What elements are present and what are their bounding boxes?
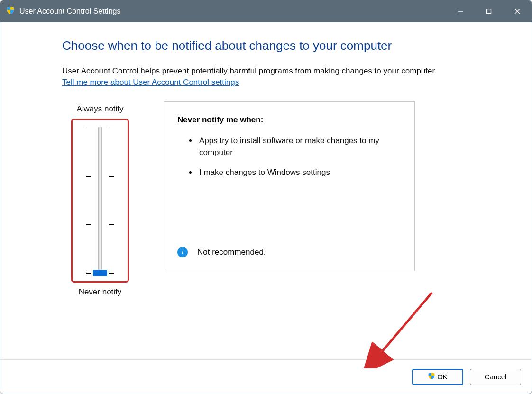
cancel-button[interactable]: Cancel bbox=[470, 369, 521, 385]
body-row: Always notify Never notify Never notify … bbox=[62, 101, 503, 302]
close-button[interactable] bbox=[503, 0, 532, 22]
info-icon: i bbox=[177, 247, 188, 257]
slider-tick bbox=[88, 224, 112, 225]
shield-icon bbox=[428, 372, 435, 381]
notification-slider-column: Always notify Never notify bbox=[62, 101, 138, 302]
recommendation-text: Not recommended. bbox=[197, 247, 266, 257]
slider-tick bbox=[88, 176, 112, 177]
svg-line-4 bbox=[380, 293, 432, 354]
panel-bullets: Apps try to install software or make cha… bbox=[177, 135, 401, 187]
window-title: User Account Control Settings bbox=[19, 7, 120, 16]
svg-rect-1 bbox=[487, 9, 491, 14]
slider-bottom-label: Never notify bbox=[62, 287, 138, 297]
ok-button-label: OK bbox=[437, 373, 448, 381]
panel-heading: Never notify me when: bbox=[177, 115, 401, 125]
window-controls bbox=[446, 0, 532, 22]
slider-top-label: Always notify bbox=[62, 104, 138, 114]
slider-highlight-frame bbox=[71, 119, 129, 283]
notification-slider[interactable] bbox=[88, 127, 112, 275]
dialog-footer: OK Cancel bbox=[0, 359, 532, 394]
panel-bullet: I make changes to Windows settings bbox=[197, 167, 401, 179]
slider-thumb[interactable] bbox=[93, 270, 107, 276]
page-description: User Account Control helps prevent poten… bbox=[62, 66, 503, 76]
slider-tick bbox=[88, 128, 112, 128]
ok-button[interactable]: OK bbox=[412, 369, 463, 385]
content-area: Choose when to be notified about changes… bbox=[0, 22, 532, 359]
notification-detail-panel: Never notify me when: Apps try to instal… bbox=[164, 101, 415, 271]
page-heading: Choose when to be notified about changes… bbox=[62, 38, 503, 53]
help-link[interactable]: Tell me more about User Account Control … bbox=[62, 78, 239, 87]
recommendation-row: i Not recommended. bbox=[177, 247, 401, 261]
uac-settings-window: User Account Control Settings Choose whe… bbox=[0, 0, 532, 394]
cancel-button-label: Cancel bbox=[485, 373, 507, 381]
panel-bullet: Apps try to install software or make cha… bbox=[197, 135, 401, 158]
titlebar: User Account Control Settings bbox=[0, 0, 532, 22]
slider-track-line bbox=[98, 127, 102, 275]
maximize-button[interactable] bbox=[475, 0, 503, 22]
shield-icon bbox=[6, 6, 15, 17]
minimize-button[interactable] bbox=[446, 0, 475, 22]
